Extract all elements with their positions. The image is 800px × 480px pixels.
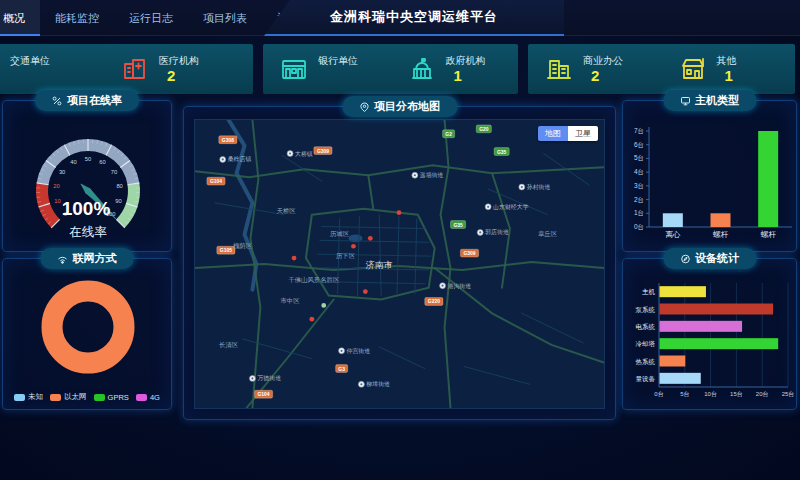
legend-chip [136,394,147,401]
panel-device-stats: 设备统计 0台5台10台15台20台25台主机泵系统电系统冷却塔热系统量设备 [622,258,797,410]
svg-text:泵系统: 泵系统 [635,306,656,314]
stat-value: 2 [591,68,623,84]
stat-label: 其他 [717,54,737,68]
panel-online-rate-title: 项目在线率 [35,90,139,111]
svg-text:G309: G309 [317,149,329,154]
svg-text:0台: 0台 [654,391,663,398]
svg-text:桑梓店镇: 桑梓店镇 [228,155,252,163]
legend-chip [94,394,105,401]
bank-icon [279,54,309,84]
svg-text:80: 80 [116,183,122,189]
project-dot[interactable] [363,289,368,294]
svg-text:15台: 15台 [730,391,743,398]
svg-text:G308: G308 [222,138,234,143]
device-stats-hbar-chart: 0台5台10台15台20台25台主机泵系统电系统冷却塔热系统量设备 [623,273,798,407]
legend-item-gprs[interactable]: GPRS [94,392,129,402]
project-dot[interactable] [321,303,326,308]
svg-text:40: 40 [70,159,76,165]
svg-text:港沟街道: 港沟街道 [448,283,472,290]
percent-icon [52,96,62,106]
panel-host-type: 主机类型 0台1台2台3台4台5台6台7台离心螺杆螺杆 [622,100,797,252]
project-dot[interactable] [351,244,356,249]
legend-label: 未知 [28,392,43,402]
hospital-icon [120,54,150,84]
legend-item-4g[interactable]: 4G [136,392,160,402]
stat-label: 政府机构 [446,54,486,68]
legend-item-unknown[interactable]: 未知 [14,392,43,402]
stat-government[interactable]: 政府机构 1 [391,54,519,84]
svg-text:电系统: 电系统 [636,323,656,331]
road-shield: G220 [425,298,443,306]
project-dot[interactable] [309,317,314,322]
satellite-mode-button[interactable]: 卫星 [568,126,598,141]
svg-text:10: 10 [54,198,60,204]
tab-project-list[interactable]: 项目列表 [188,0,262,36]
svg-text:主机: 主机 [642,288,656,295]
svg-text:历城区: 历城区 [330,230,350,238]
stat-card-3: 商业办公 2 其他 1 [528,44,795,94]
network-donut-chart [3,271,173,383]
road-shield: G104 [254,390,272,398]
svg-text:5台: 5台 [680,391,689,398]
legend-label: GPRS [108,393,129,402]
svg-text:5台: 5台 [634,154,644,162]
compass-icon [680,254,690,264]
network-legend: 未知 以太网 GPRS 4G [3,392,171,402]
svg-text:6台: 6台 [634,141,644,149]
svg-text:槐荫区: 槐荫区 [233,242,253,250]
stat-card-2: 银行单位 政府机构 1 [263,44,518,94]
stat-bank[interactable]: 银行单位 [263,54,391,84]
svg-text:章丘区: 章丘区 [538,230,558,237]
car-icon [0,54,1,84]
svg-text:离心: 离心 [665,230,681,239]
svg-text:4台: 4台 [634,168,644,176]
svg-text:柳埠街道: 柳埠街道 [366,381,390,388]
stat-value [326,68,358,84]
svg-text:G35: G35 [453,223,463,228]
legend-label: 4G [150,393,160,402]
stat-other[interactable]: 其他 1 [662,54,796,84]
svg-text:90: 90 [115,198,121,204]
stat-value: 2 [167,68,199,84]
road-shield: G35 [494,148,509,156]
tab-run-log[interactable]: 运行日志 [114,0,188,36]
svg-text:长清区: 长清区 [219,341,239,349]
map-viewport[interactable]: 桑梓店镇大桥镇遥墙街道孙村街道山东财经大学郭店街道港沟街道仲宫街道柳埠街道万德街… [194,119,605,409]
legend-item-ethernet[interactable]: 以太网 [50,392,87,402]
panel-online-rate: 项目在线率 0102030405060708090100100%在线率 [2,100,172,252]
map-marker[interactable]: 大桥镇 [287,150,313,157]
svg-text:G104: G104 [257,392,269,397]
stat-medical[interactable]: 医疗机构 2 [104,54,253,84]
tab-energy-monitor[interactable]: 能耗监控 [40,0,114,36]
svg-text:仲宫街道: 仲宫街道 [347,347,371,355]
project-dot[interactable] [292,256,297,261]
wifi-icon [58,254,68,264]
panel-title-text: 设备统计 [695,251,739,266]
svg-text:G104: G104 [210,179,222,184]
svg-text:2台: 2台 [634,196,644,204]
svg-text:3台: 3台 [634,182,644,190]
panel-host-title: 主机类型 [663,90,756,111]
stat-traffic[interactable]: 交通单位 [0,54,104,84]
road-shield: G309 [460,249,478,257]
stat-office[interactable]: 商业办公 2 [528,54,662,84]
project-dot[interactable] [368,236,373,241]
svg-text:100%: 100% [62,198,111,219]
panel-devices-title: 设备统计 [663,248,756,269]
map-canvas: 桑梓店镇大桥镇遥墙街道孙村街道山东财经大学郭店街道港沟街道仲宫街道柳埠街道万德街… [195,120,604,408]
panel-project-map: 项目分布地图 桑梓店镇大桥镇遥墙街道孙村街道山东财经大学郭店街道港沟街道仲宫街道… [183,106,616,420]
project-dot[interactable] [397,210,402,215]
svg-text:大桥镇: 大桥镇 [295,150,313,157]
tab-overview[interactable]: 概况 [0,0,40,36]
svg-text:G2: G2 [445,132,452,137]
svg-text:30: 30 [59,169,65,175]
map-mode-button[interactable]: 地图 [538,126,568,141]
svg-text:7台: 7台 [634,127,644,135]
panel-network-title: 联网方式 [41,248,134,269]
legend-chip [14,394,25,401]
title-box: 金洲科瑞中央空调运维平台 [264,0,564,36]
svg-text:千佛山风景名胜区: 千佛山风景名胜区 [288,276,340,284]
road-shield: G309 [314,147,332,155]
stat-label: 交通单位 [10,54,50,68]
svg-text:50: 50 [85,156,91,162]
